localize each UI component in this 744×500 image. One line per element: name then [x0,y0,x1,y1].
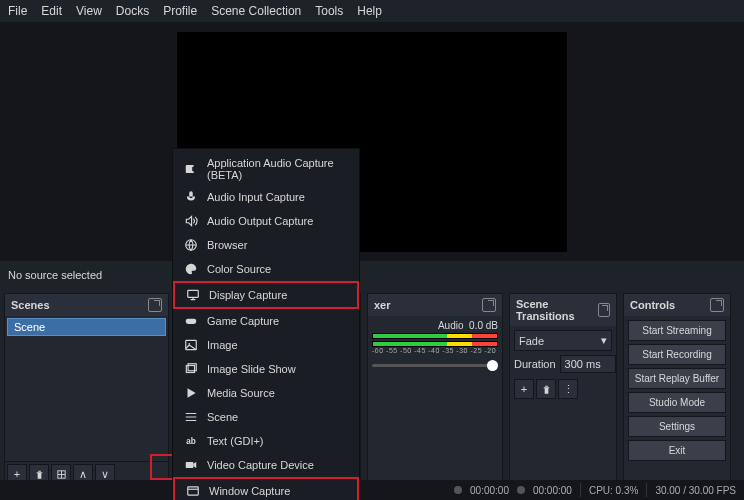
gamepad-icon [183,313,199,329]
preview-area[interactable] [0,23,744,261]
app-audio-icon [183,161,199,177]
menu-item-label: Color Source [207,263,271,275]
start-recording-button[interactable]: Start Recording [628,344,726,365]
audio-meter [372,333,498,339]
popout-icon[interactable] [598,303,610,317]
menu-item-label: Image [207,339,238,351]
add-transition-button[interactable]: + [514,379,534,399]
monitor-icon [185,287,201,303]
menu-item-label: Text (GDI+) [207,435,264,447]
exit-button[interactable]: Exit [628,440,726,461]
menu-file[interactable]: File [8,4,27,18]
mixer-db: 0.0 dB [469,320,498,331]
add-source-context-menu: Application Audio Capture (BETA)Audio In… [172,148,360,500]
scene-item[interactable]: Scene [7,318,166,336]
source-type-display-capture[interactable]: Display Capture [173,281,359,309]
popout-icon[interactable] [482,298,496,312]
menu-item-label: Media Source [207,387,275,399]
controls-dock: Controls Start Streaming Start Recording… [623,293,731,487]
transitions-dock: Scene Transitions Fade ▾ Duration + ⋮ [509,293,617,487]
mixer-header: xer [368,294,502,316]
mixer-channel-name: Audio [438,320,464,331]
menu-item-label: Browser [207,239,247,251]
start-streaming-button[interactable]: Start Streaming [628,320,726,341]
menu-item-label: Window Capture [209,485,290,497]
menu-view[interactable]: View [76,4,102,18]
menu-item-label: Audio Output Capture [207,215,313,227]
palette-icon [183,261,199,277]
controls-header: Controls [624,294,730,316]
source-type-audio-input-capture[interactable]: Audio Input Capture [173,185,359,209]
camera-icon [183,457,199,473]
duration-input[interactable] [560,355,616,373]
globe-icon [183,237,199,253]
duration-label: Duration [514,358,556,370]
volume-slider[interactable] [372,364,498,367]
source-type-media-source[interactable]: Media Source [173,381,359,405]
controls-body: Start Streaming Start Recording Start Re… [624,316,730,465]
svg-text:ab: ab [186,437,196,446]
menu-scene-collection[interactable]: Scene Collection [211,4,301,18]
chevron-down-icon: ▾ [601,334,607,347]
no-source-label: No source selected [0,261,744,289]
menu-item-label: Game Capture [207,315,279,327]
meter-ticks: -60 -55 -50 -45 -40 -35 -30 -25 -20 -15 … [372,347,498,354]
start-replay-buffer-button[interactable]: Start Replay Buffer [628,368,726,389]
slides-icon [183,361,199,377]
source-type-window-capture[interactable]: Window Capture [173,477,359,500]
scenes-header: Scenes [5,294,168,316]
source-type-scene[interactable]: Scene [173,405,359,429]
window-icon [185,483,201,499]
docks-row: Scenes Scene + ∧ ∨ S + xer Audio [0,289,744,493]
separator [646,483,647,497]
transition-props-button[interactable]: ⋮ [558,379,578,399]
menu-item-label: Display Capture [209,289,287,301]
stream-time: 00:00:00 [470,485,509,496]
record-status-dot [517,486,525,494]
svg-rect-5 [188,290,199,297]
studio-mode-button[interactable]: Studio Mode [628,392,726,413]
media-icon [183,385,199,401]
source-type-game-capture[interactable]: Game Capture [173,309,359,333]
controls-title: Controls [630,299,675,311]
scenes-dock: Scenes Scene + ∧ ∨ [4,293,169,487]
source-type-color-source[interactable]: Color Source [173,257,359,281]
menu-item-label: Scene [207,411,238,423]
menu-item-label: Video Capture Device [207,459,314,471]
transitions-header: Scene Transitions [510,294,616,326]
mixer-title-partial: xer [374,299,391,311]
separator [580,483,581,497]
fps-display: 30.00 / 30.00 FPS [655,485,736,496]
menu-tools[interactable]: Tools [315,4,343,18]
settings-button[interactable]: Settings [628,416,726,437]
mic-icon [183,189,199,205]
mixer-body: Audio 0.0 dB -60 -55 -50 -45 -40 -35 -30… [368,316,502,371]
transitions-title: Scene Transitions [516,298,598,322]
svg-marker-14 [193,462,196,468]
menu-edit[interactable]: Edit [41,4,62,18]
source-type-video-capture-device[interactable]: Video Capture Device [173,453,359,477]
scenes-list[interactable]: Scene [5,316,168,461]
menu-item-label: Application Audio Capture (BETA) [207,157,349,181]
menu-profile[interactable]: Profile [163,4,197,18]
scenes-title: Scenes [11,299,50,311]
svg-marker-11 [188,388,196,397]
source-type-browser[interactable]: Browser [173,233,359,257]
source-type-audio-output-capture[interactable]: Audio Output Capture [173,209,359,233]
menu-docks[interactable]: Docks [116,4,149,18]
svg-rect-15 [188,487,199,495]
stream-status-dot [454,486,462,494]
record-time: 00:00:00 [533,485,572,496]
menu-help[interactable]: Help [357,4,382,18]
popout-icon[interactable] [710,298,724,312]
remove-transition-button[interactable] [536,379,556,399]
menu-item-label: Audio Input Capture [207,191,305,203]
transition-select[interactable]: Fade ▾ [514,330,612,351]
popout-icon[interactable] [148,298,162,312]
cpu-usage: CPU: 0.3% [589,485,638,496]
source-type-application-audio-capture-beta[interactable]: Application Audio Capture (BETA) [173,153,359,185]
svg-rect-13 [186,462,194,468]
source-type-image-slide-show[interactable]: Image Slide Show [173,357,359,381]
source-type-image[interactable]: Image [173,333,359,357]
source-type-text-gdi[interactable]: abText (GDI+) [173,429,359,453]
